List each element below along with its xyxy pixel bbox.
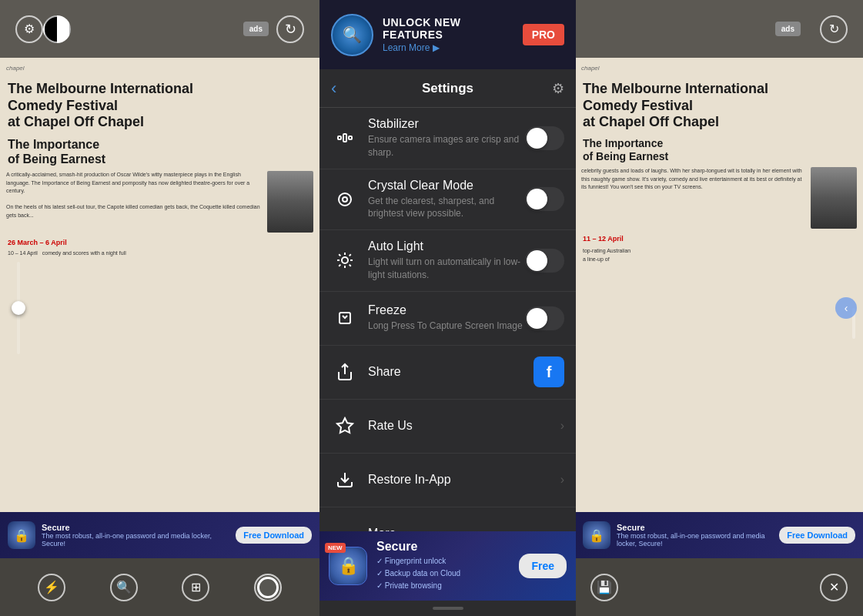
stabilizer-toggle-switch[interactable] (525, 126, 564, 150)
newspaper-right: ads ↻ chapel The Melbourne International… (575, 0, 863, 616)
crystal-clear-item: Crystal Clear Mode Get the clearest, sha… (319, 169, 576, 231)
stabilizer-desc: Ensure camera images are crisp and sharp… (368, 133, 525, 159)
bottom-ad-text: Secure ✓ Fingerprint unlock ✓ Backup dat… (376, 540, 510, 592)
article-text-right: celebrity guests and loads of laughs. Wi… (581, 167, 804, 229)
secure-icon-wrap: NEW 🔒 (329, 547, 367, 585)
restore-item[interactable]: Restore In-App › (319, 454, 576, 507)
zoom-slider[interactable] (17, 262, 20, 354)
camera-rotate-icon-right[interactable]: ↻ (820, 15, 848, 43)
unlock-text: UNLOCK NEW FEATURES Learn More ▶ (383, 16, 513, 53)
search-icon[interactable]: 🔍 (110, 574, 138, 601)
settings-list: Stabilizer Ensure camera images are cris… (319, 108, 576, 531)
ads-badge-right: ads (775, 22, 801, 36)
crystal-clear-icon (331, 186, 359, 213)
rate-us-chevron: › (560, 419, 564, 433)
restore-chevron: › (560, 473, 564, 487)
facebook-share-button[interactable]: f (534, 357, 564, 387)
slider-track (17, 262, 20, 354)
bottom-ad-title: Secure (376, 540, 510, 554)
auto-light-item: Auto Light Light will turn on automatica… (319, 230, 576, 292)
freeze-icon (331, 304, 359, 332)
restore-content: Restore In-App (368, 473, 560, 487)
stabilizer-content: Stabilizer Ensure camera images are cris… (368, 117, 525, 159)
auto-light-toggle[interactable] (525, 249, 564, 273)
share-action[interactable]: f (534, 357, 564, 387)
freeze-toggle-switch[interactable] (525, 306, 564, 330)
auto-light-toggle-switch[interactable] (525, 249, 564, 273)
person-image-left (267, 171, 313, 233)
camera-rotate-icon[interactable]: ↻ (276, 15, 304, 43)
left-toolbar: ⚙ ads ↻ (0, 0, 319, 58)
show-title-right: The Importanceof Being Earnest (575, 134, 863, 163)
crystal-clear-toggle-switch[interactable] (525, 187, 564, 211)
flash-icon[interactable]: ⚡ (38, 574, 65, 601)
show-title-left: The Importanceof Being Earnest (0, 134, 319, 166)
restore-icon (331, 466, 359, 494)
auto-light-content: Auto Light Light will turn on automatica… (368, 239, 525, 282)
unlock-title: UNLOCK NEW FEATURES (383, 16, 513, 41)
contrast-icon[interactable] (43, 15, 71, 43)
nav-arrow-right[interactable]: ‹ (835, 297, 857, 319)
ad-subtitle-left: The most robust, all-in-one password and… (42, 532, 229, 547)
settings-icon[interactable]: ⚙ (15, 15, 43, 43)
unlock-icon: 🔍 (331, 14, 373, 56)
save-icon-right[interactable]: 💾 (590, 574, 618, 601)
settings-header: ‹ Settings ⚙ (319, 69, 576, 108)
header-gear-icon[interactable]: ⚙ (552, 80, 564, 97)
new-badge: NEW (325, 543, 346, 553)
bottom-ad-settings[interactable]: NEW 🔒 Secure ✓ Fingerprint unlock ✓ Back… (319, 531, 576, 601)
rate-us-item[interactable]: Rate Us › (319, 400, 576, 454)
extra-text-left: 10 – 14 April comedy and scores with a n… (0, 248, 319, 259)
settings-panel: 🔍 UNLOCK NEW FEATURES Learn More ▶ PRO ‹… (319, 0, 576, 616)
venue-label-right: chapel (575, 62, 863, 75)
scroll-indicator-bar (319, 601, 576, 616)
ads-badge: ads (243, 22, 269, 36)
svg-point-4 (343, 197, 347, 202)
right-bottom-toolbar: 💾 ✕ (575, 558, 863, 616)
crystal-clear-title: Crystal Clear Mode (368, 179, 525, 192)
bottom-ad-left[interactable]: 🔒 Secure The most robust, all-in-one pas… (0, 512, 319, 558)
left-bottom-toolbar: ⚡ 🔍 ⊞ (0, 558, 319, 616)
share-icon (331, 358, 359, 386)
shutter-button[interactable] (254, 574, 282, 601)
freeze-toggle[interactable] (525, 306, 564, 330)
back-button[interactable]: ‹ (331, 79, 336, 99)
right-toolbar: ads ↻ (575, 0, 863, 58)
bottom-ad-right[interactable]: 🔒 Secure The most robust, all-in-one pas… (575, 512, 863, 558)
crystal-clear-toggle[interactable] (525, 187, 564, 211)
grid-icon[interactable]: ⊞ (182, 574, 209, 601)
share-content: Share (368, 365, 534, 379)
person-image-right (811, 167, 857, 229)
date-left: 26 March – 6 April (0, 237, 319, 248)
free-button[interactable]: Free (519, 554, 567, 578)
article-text-left: A critically-acclaimed, smash-hit produc… (6, 171, 261, 233)
newspaper-content-right: chapel The Melbourne InternationalComedy… (575, 62, 863, 512)
date-right: 11 – 12 April (575, 233, 863, 244)
scroll-indicator (433, 607, 463, 610)
unlock-subtitle: Learn More ▶ (383, 42, 513, 53)
ad-content-right: Secure The most robust, all-in-one passw… (617, 523, 773, 547)
auto-light-desc: Light will turn on automatically in low-… (368, 256, 525, 282)
more-item[interactable]: More › (319, 507, 576, 531)
newspaper-content-left: chapel The Melbourne InternationalComedy… (0, 62, 319, 512)
freeze-content: Freeze Long Press To Capture Screen Imag… (368, 303, 525, 333)
free-download-button-left[interactable]: Free Download (236, 527, 312, 544)
svg-point-5 (342, 257, 348, 263)
free-download-button-right[interactable]: Free Download (779, 527, 855, 544)
svg-rect-1 (343, 134, 346, 142)
stabilizer-icon (331, 124, 359, 152)
save-button-right[interactable]: 💾 (590, 574, 618, 601)
article-right: celebrity guests and loads of laughs. Wi… (575, 162, 863, 233)
close-icon-right[interactable]: ✕ (820, 574, 848, 601)
crystal-clear-desc: Get the clearest, sharpest, and brightes… (368, 195, 525, 221)
stabilizer-toggle[interactable] (525, 126, 564, 150)
rate-us-icon (331, 412, 359, 440)
more-icon (331, 520, 359, 531)
svg-rect-2 (349, 136, 352, 139)
pro-badge[interactable]: PRO (523, 24, 564, 45)
share-item[interactable]: Share f (319, 346, 576, 400)
rate-us-title: Rate Us (368, 419, 560, 433)
settings-title: Settings (422, 81, 473, 96)
svg-rect-0 (338, 136, 341, 139)
unlock-banner[interactable]: 🔍 UNLOCK NEW FEATURES Learn More ▶ PRO (319, 0, 576, 69)
